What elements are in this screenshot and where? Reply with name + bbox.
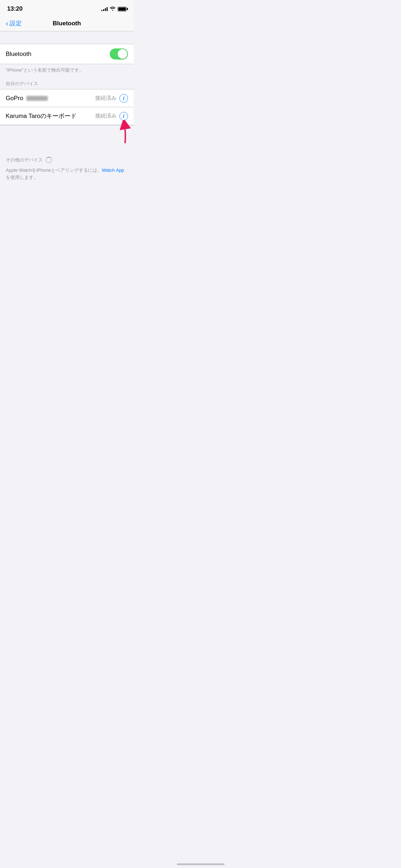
device-row-karuma[interactable]: Karuma Taroのキーボード 接続済み i	[0, 107, 134, 125]
my-devices-header: 自分のデバイス	[0, 78, 134, 89]
bluetooth-toggle-row: Bluetooth	[0, 44, 134, 64]
karuma-row-wrapper: Karuma Taroのキーボード 接続済み i	[0, 107, 134, 125]
device-status-gopro: 接続済み	[95, 95, 117, 102]
status-time: 13:20	[7, 5, 22, 12]
other-devices-section: その他のデバイス	[0, 154, 134, 163]
my-devices-section: GoPro 接続済み i Karuma Taroのキーボード 接続済み i	[0, 89, 134, 125]
device-name-gopro: GoPro	[6, 95, 95, 102]
page-title: Bluetooth	[53, 20, 81, 27]
bluetooth-label: Bluetooth	[6, 51, 31, 58]
toggle-thumb	[118, 49, 127, 59]
status-bar: 13:20	[0, 0, 134, 16]
device-row-gopro[interactable]: GoPro 接続済み i	[0, 89, 134, 107]
info-button-gopro[interactable]: i	[119, 94, 128, 103]
device-name-karuma: Karuma Taroのキーボード	[6, 112, 95, 120]
discoverable-text: "iPhone"という名前で検出可能です。	[0, 64, 134, 78]
status-icons	[101, 6, 127, 12]
gap-other-devices	[0, 125, 134, 154]
other-devices-label: その他のデバイス	[6, 157, 43, 163]
back-label: 設定	[10, 19, 22, 27]
watch-app-link[interactable]: Watch App	[102, 167, 124, 173]
loading-spinner	[46, 157, 52, 163]
wifi-icon	[110, 6, 115, 12]
bluetooth-toggle-section: Bluetooth	[0, 44, 134, 64]
signal-icon	[101, 7, 108, 11]
blurred-device-id	[26, 96, 48, 101]
info-button-karuma[interactable]: i	[119, 112, 128, 120]
back-button[interactable]: ‹ 設定	[6, 19, 22, 27]
bluetooth-toggle[interactable]	[110, 48, 128, 60]
device-status-karuma: 接続済み	[95, 113, 117, 119]
nav-bar: ‹ 設定 Bluetooth	[0, 16, 134, 31]
battery-icon	[118, 7, 127, 11]
section-gap-top	[0, 31, 134, 44]
other-devices-header: その他のデバイス	[6, 157, 128, 163]
chevron-left-icon: ‹	[6, 20, 8, 27]
watch-app-text: Apple WatchをiPhoneとペアリングするには、Watch Appを使…	[0, 167, 134, 186]
